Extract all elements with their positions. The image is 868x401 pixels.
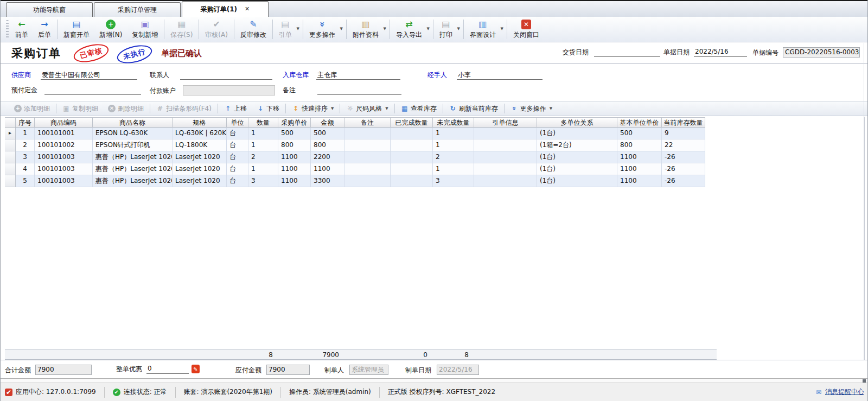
column-header[interactable]: 金额	[311, 117, 344, 128]
delivery-date-input[interactable]	[594, 48, 660, 57]
discount-edit-icon[interactable]: ✎	[192, 365, 200, 373]
cell[interactable]: 2	[248, 151, 278, 163]
cell[interactable]: 9	[662, 128, 705, 139]
add-button[interactable]: +新增(N)	[94, 17, 127, 42]
chevron-down-icon[interactable]: ▼	[550, 106, 552, 111]
cell[interactable]	[344, 128, 391, 139]
remark-input[interactable]	[317, 86, 401, 95]
chevron-down-icon[interactable]: ▼	[427, 27, 430, 31]
right-scroll-track[interactable]	[864, 43, 864, 360]
cell[interactable]: LaserJet 1020	[173, 175, 227, 187]
more-button[interactable]: »更多操作▼	[506, 103, 557, 114]
cell[interactable]: 4	[16, 163, 35, 175]
cell[interactable]: 5	[16, 175, 35, 187]
column-header[interactable]: 商品编码	[35, 117, 93, 128]
cell[interactable]: 1	[248, 128, 278, 139]
chevron-down-icon[interactable]: ▼	[297, 27, 299, 31]
handler-input[interactable]: 小李	[457, 71, 542, 80]
chevron-down-icon[interactable]: ▼	[385, 106, 388, 111]
cell[interactable]	[391, 175, 433, 187]
cell[interactable]: -26	[662, 175, 705, 187]
warehouse-input[interactable]: 主仓库	[316, 71, 400, 80]
prepaid-input[interactable]	[44, 86, 141, 95]
close-window-button[interactable]: ✕关闭窗口	[508, 17, 544, 42]
cell[interactable]	[344, 151, 391, 163]
column-header[interactable]: 备注	[344, 117, 391, 128]
cell[interactable]	[344, 175, 391, 187]
column-header[interactable]: 单位	[227, 117, 248, 128]
cell[interactable]: -26	[662, 163, 705, 175]
print-button[interactable]: ▤打印▼	[435, 17, 462, 42]
ui-design-button[interactable]: ▥界面设计▼	[465, 17, 506, 42]
cell[interactable]: 惠普（HP）LaserJet 1020	[93, 151, 173, 163]
close-tab-icon[interactable]: ✕	[245, 2, 250, 17]
cell[interactable]: 1100	[617, 163, 662, 175]
cell[interactable]: 22	[662, 139, 705, 151]
cell[interactable]: 1100	[617, 151, 662, 163]
table-row[interactable]: 5100101003惠普（HP）LaserJet 1020LaserJet 10…	[5, 175, 705, 187]
cell[interactable]: 2200	[311, 151, 344, 163]
cell[interactable]: 500	[311, 128, 344, 139]
cell[interactable]: 100101003	[35, 175, 93, 187]
copy-button[interactable]: ▣复制新增	[127, 17, 163, 42]
cell[interactable]	[344, 139, 391, 151]
cell[interactable]: 3	[248, 175, 278, 187]
message-center-link[interactable]: ✉消息提醒中心	[815, 387, 864, 397]
cell[interactable]	[391, 139, 433, 151]
cell[interactable]	[474, 128, 537, 139]
row-selector[interactable]	[5, 139, 16, 151]
edit-button[interactable]: ✎反审修改	[235, 17, 271, 42]
supplier-input[interactable]: 爱普生中国有限公司	[41, 71, 137, 80]
cell[interactable]	[474, 151, 537, 163]
import-export-button[interactable]: ⇄导入导出▼	[391, 17, 432, 42]
new-window-button[interactable]: ▤新窗开单	[59, 17, 94, 42]
column-header[interactable]: 商品名称	[93, 117, 173, 128]
cell[interactable]: 3300	[311, 175, 344, 187]
cell[interactable]: 2	[16, 139, 35, 151]
cell[interactable]: 800	[278, 139, 311, 151]
cell[interactable]: 台	[227, 151, 248, 163]
cell[interactable]	[474, 139, 537, 151]
cell[interactable]: 100101003	[35, 163, 93, 175]
cell[interactable]: EPSON LQ-630K	[93, 128, 173, 139]
cell[interactable]: 500	[617, 128, 662, 139]
cell[interactable]: -26	[662, 151, 705, 163]
cell[interactable]: 800	[311, 139, 344, 151]
move-up-button[interactable]: ↑上移	[219, 103, 252, 114]
cell[interactable]: 台	[227, 163, 248, 175]
quick-sort-button[interactable]: ↕快速排序▼	[287, 103, 339, 114]
cell[interactable]: 惠普（HP）LaserJet 1020	[93, 163, 173, 175]
cell[interactable]: (1台)	[537, 128, 617, 139]
cell[interactable]: 1100	[278, 151, 311, 163]
cell[interactable]: 800	[617, 139, 662, 151]
chevron-down-icon[interactable]: ▼	[331, 106, 334, 111]
chevron-down-icon[interactable]: ▼	[340, 27, 343, 31]
tab-2[interactable]: 采购订单管理	[94, 2, 181, 17]
table-row[interactable]: 2100101002EPSON针式打印机LQ-1800K台18008001(1箱…	[5, 139, 705, 151]
column-header[interactable]: 序号	[16, 117, 35, 128]
cell[interactable]: 1	[433, 163, 474, 175]
column-header[interactable]: 基本单位单价	[617, 117, 662, 128]
prev-doc-button[interactable]: ←前单	[10, 17, 33, 42]
cell[interactable]: 1100	[278, 163, 311, 175]
chevron-down-icon[interactable]: ▼	[457, 27, 460, 31]
cell[interactable]: (1箱=2台)	[537, 139, 617, 151]
doc-date-input[interactable]: 2022/5/16	[694, 48, 747, 57]
move-down-button[interactable]: ↓下移	[252, 103, 284, 114]
row-selector[interactable]: ▸	[5, 128, 16, 139]
column-header[interactable]: 数量	[248, 117, 278, 128]
cell[interactable]: (1台)	[537, 163, 617, 175]
chevron-down-icon[interactable]: ▼	[384, 27, 386, 31]
attachment-button[interactable]: ▥附件资料▼	[348, 17, 388, 42]
cell[interactable]: 1	[248, 163, 278, 175]
cell[interactable]: 1100	[617, 175, 662, 187]
cell[interactable]: 惠普（HP）LaserJet 1020	[93, 175, 173, 187]
gear-button[interactable]: ☼尺码风格▼	[341, 103, 393, 114]
next-doc-button[interactable]: →后单	[33, 17, 56, 42]
table-row[interactable]: ▸1100101001EPSON LQ-630KLQ-630K | 620K台1…	[5, 128, 705, 139]
cell[interactable]	[474, 163, 537, 175]
cell[interactable]	[344, 163, 391, 175]
row-selector[interactable]	[5, 175, 16, 187]
cell[interactable]: 500	[278, 128, 311, 139]
cell[interactable]: EPSON针式打印机	[93, 139, 173, 151]
